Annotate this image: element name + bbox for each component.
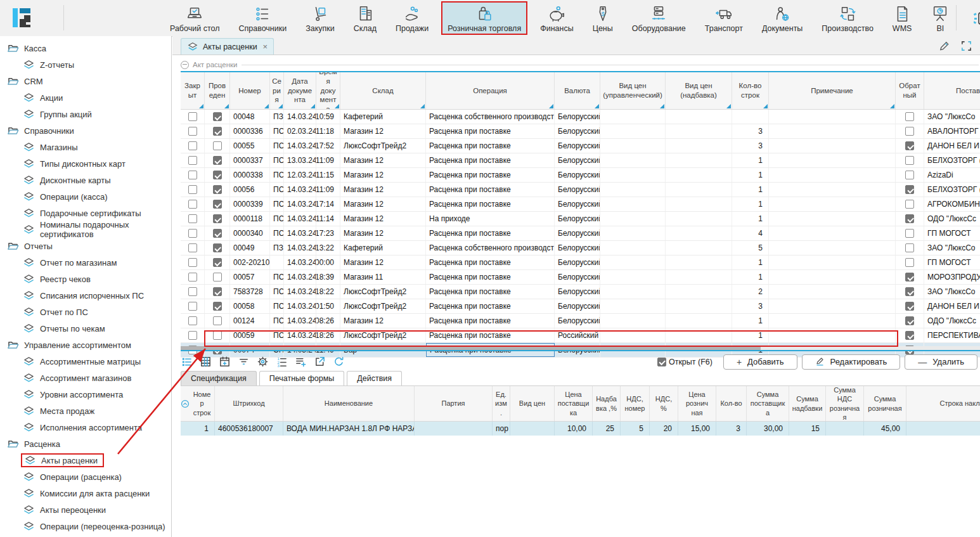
column-header[interactable]: Операция xyxy=(426,72,555,109)
toolbar-item-wms[interactable]: WMS xyxy=(886,1,919,35)
column-header[interactable]: Закрыт xyxy=(181,72,205,109)
spec-column-header[interactable]: Кол-во xyxy=(716,386,747,421)
sidebar-item[interactable]: CRM xyxy=(0,73,171,89)
settings-icon[interactable] xyxy=(257,356,269,368)
table-row[interactable]: 0000337ПС13.03.2411:09Магазин 12Расценка… xyxy=(181,153,980,168)
toolbar-item-warehouse[interactable]: Склад xyxy=(347,1,383,35)
reverse-checkbox[interactable] xyxy=(905,258,914,267)
table-row[interactable]: 00124ПС14.03.2408:26Магазин 12Расценка п… xyxy=(181,314,980,328)
spec-column-header[interactable]: Надбавка ,% xyxy=(593,386,621,421)
reverse-checkbox[interactable] xyxy=(905,200,914,209)
closed-checkbox[interactable] xyxy=(188,141,197,150)
column-header[interactable]: Проведен xyxy=(205,72,230,109)
reverse-checkbox[interactable] xyxy=(905,127,914,136)
toolbar-item-directory[interactable]: Справочники xyxy=(232,1,293,35)
toolbar-item-bi[interactable]: BI xyxy=(924,1,956,35)
fullscreen-icon[interactable] xyxy=(960,40,972,52)
table-row[interactable]: 00057ПС14.03.2418:39Магазин 11Расценка п… xyxy=(181,270,980,285)
reverse-checkbox[interactable] xyxy=(905,112,914,121)
posted-checkbox[interactable] xyxy=(213,302,222,311)
posted-checkbox[interactable] xyxy=(213,171,222,179)
closed-checkbox[interactable] xyxy=(188,171,197,179)
spec-column-header[interactable]: НДС, номер xyxy=(621,386,650,421)
reverse-checkbox[interactable] xyxy=(905,243,914,252)
table-row[interactable]: 00048ПЗ14.03.2410:59КафетерийРасценка со… xyxy=(181,110,980,124)
spec-row[interactable]: 14600536180007ВОДА МИН.НАРЗАН 1.8Л РФ НА… xyxy=(181,422,980,436)
sidebar-item[interactable]: Ассортиментные матрицы xyxy=(0,353,171,370)
posted-checkbox[interactable] xyxy=(213,243,222,252)
detail-tab-2[interactable]: Действия xyxy=(347,371,402,385)
detail-tab-1[interactable]: Печатные формы xyxy=(259,371,345,385)
edit-button[interactable]: Редактировать xyxy=(802,354,901,370)
closed-checkbox[interactable] xyxy=(188,258,197,267)
closed-checkbox[interactable] xyxy=(188,331,197,340)
sidebar-item[interactable]: Группы акций xyxy=(0,106,171,122)
sidebar-item[interactable]: Исполнения ассортимента xyxy=(0,419,171,436)
sidebar-item[interactable]: Отчет по магазинам xyxy=(0,254,171,271)
column-header[interactable]: Примечание xyxy=(769,72,896,109)
posted-checkbox[interactable] xyxy=(213,200,222,209)
toolbar-item-production[interactable]: Производство xyxy=(815,1,880,35)
table-row[interactable]: 0000118ПС14.03.2411:14Магазин 12На прихо… xyxy=(181,212,980,226)
column-header[interactable]: Вид цен (надбавка) xyxy=(666,72,732,109)
posted-checkbox[interactable] xyxy=(213,229,222,238)
sidebar-item[interactable]: Уровни ассортимента xyxy=(0,386,171,403)
reverse-checkbox[interactable] xyxy=(905,141,914,150)
column-header[interactable]: Номер xyxy=(230,72,270,109)
sidebar-item[interactable]: Списания испорченных ПС xyxy=(0,287,171,304)
spec-column-header[interactable]: Номер строк xyxy=(190,386,215,421)
sidebar-item[interactable]: Номиналы подарочных сертификатов xyxy=(0,221,171,238)
edit-pencil-icon[interactable] xyxy=(938,40,950,52)
sidebar-item[interactable]: Операции (переоценка-розница) xyxy=(0,518,171,534)
posted-checkbox[interactable] xyxy=(213,156,222,165)
sidebar-item[interactable]: Реестр чеков xyxy=(0,271,171,287)
table-row[interactable]: 0000338ПС12.03.2411:15Магазин 12Расценка… xyxy=(181,168,980,183)
sidebar-item[interactable]: Ассортимент магазинов xyxy=(0,370,171,386)
posted-checkbox[interactable] xyxy=(213,127,222,136)
sidebar-item[interactable]: Управление ассортиментом xyxy=(0,337,171,353)
table-row[interactable]: 00059ПС14.03.2418:26ЛюксСофтТрейд2Расцен… xyxy=(181,328,980,343)
reverse-checkbox[interactable] xyxy=(905,156,914,165)
reverse-checkbox[interactable] xyxy=(905,185,914,194)
posted-checkbox[interactable] xyxy=(213,112,222,121)
toolbar-item-retail[interactable]: Розничная торговля xyxy=(441,1,527,35)
closed-checkbox[interactable] xyxy=(188,273,197,281)
toolbar-item-sales[interactable]: Продажи xyxy=(389,1,435,35)
spec-column-header[interactable]: Строка накладной xyxy=(906,386,980,421)
column-header[interactable]: Валюта xyxy=(555,72,600,109)
closed-checkbox[interactable] xyxy=(188,156,197,165)
closed-checkbox[interactable] xyxy=(188,302,197,311)
spec-column-header[interactable]: НДС, % xyxy=(650,386,678,421)
toolbar-item-finance[interactable]: Финансы xyxy=(534,1,579,35)
closed-checkbox[interactable] xyxy=(188,316,197,325)
column-header[interactable]: Поставщик xyxy=(924,72,980,109)
column-header[interactable]: Время документа xyxy=(316,72,340,109)
posted-checkbox[interactable] xyxy=(213,214,222,223)
refresh-icon[interactable] xyxy=(333,356,345,368)
table-row[interactable]: 0000340ПС14.03.2417:23Магазин 12Расценка… xyxy=(181,226,980,241)
list-view-icon[interactable] xyxy=(181,356,193,368)
closed-checkbox[interactable] xyxy=(188,127,197,136)
sidebar-item[interactable]: Отчеты по чекам xyxy=(0,320,171,337)
reverse-checkbox[interactable] xyxy=(905,273,914,281)
open-f6-checkbox[interactable]: Открыт (F6) xyxy=(657,358,712,366)
closed-checkbox[interactable] xyxy=(188,200,197,209)
table-row[interactable]: 00058ПС14.03.2401:50ЛюксСофтТрейд2Расцен… xyxy=(181,299,980,314)
column-header[interactable]: Дата документа xyxy=(284,72,316,109)
spec-column-header[interactable]: Вид цен xyxy=(510,386,555,421)
sidebar-item[interactable]: Касса xyxy=(0,40,171,56)
collapse-icon[interactable] xyxy=(181,61,189,69)
column-header[interactable]: Вид цен (управленческий) xyxy=(600,72,666,109)
calendar-icon[interactable] xyxy=(219,356,231,368)
sidebar-item[interactable]: Места продаж xyxy=(0,403,171,419)
toolbar-item-purchases[interactable]: Закупки xyxy=(299,1,341,35)
closed-checkbox[interactable] xyxy=(188,214,197,223)
table-row[interactable]: 0000336ПС02.03.2411:18Магазин 12Расценка… xyxy=(181,124,980,139)
sidebar-item[interactable]: Справочники xyxy=(0,122,171,139)
posted-checkbox[interactable] xyxy=(213,141,222,150)
spec-column-header[interactable]: Сумма НДС розничная xyxy=(826,386,864,421)
sidebar-item[interactable]: Отчет по ПС xyxy=(0,304,171,320)
toolbar-item-documents[interactable]: Документы xyxy=(756,1,809,35)
table-row[interactable]: 00056ПС14.03.2411:09Магазин 12Расценка п… xyxy=(181,183,980,197)
column-header[interactable]: Кол-во строк xyxy=(732,72,769,109)
